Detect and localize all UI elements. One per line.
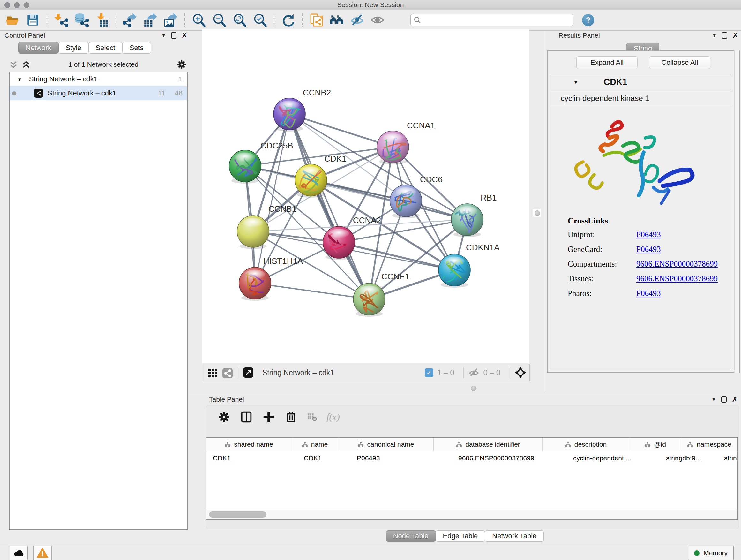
table-horizontal-scrollbar[interactable] bbox=[206, 509, 737, 519]
expand-all-chevron-icon[interactable] bbox=[22, 60, 30, 69]
show-eye-icon[interactable] bbox=[370, 13, 385, 27]
network-node-RB1[interactable] bbox=[451, 204, 483, 237]
column-type-icon bbox=[687, 441, 693, 448]
protein-name: CDK1 bbox=[604, 77, 627, 87]
compartments-link[interactable]: 9606.ENSP00000378699 bbox=[636, 260, 718, 268]
pharos-link[interactable]: P06493 bbox=[636, 289, 661, 298]
column-header-id[interactable]: @id bbox=[629, 438, 681, 451]
toolbar-divider bbox=[116, 13, 116, 27]
table-panel-menu-icon[interactable]: ▼ bbox=[712, 397, 716, 402]
network-node-CCNB1[interactable] bbox=[237, 215, 269, 249]
tissues-link[interactable]: 9606.ENSP00000378699 bbox=[636, 274, 718, 283]
results-scrollbar[interactable] bbox=[734, 51, 739, 373]
control-panel-title: Control Panel bbox=[4, 32, 45, 39]
tab-style[interactable]: Style bbox=[58, 42, 89, 54]
help-icon[interactable]: ? bbox=[582, 14, 594, 26]
status-bar: Memory bbox=[0, 544, 741, 560]
results-panel-close-icon[interactable]: ✗ bbox=[732, 32, 738, 39]
hidden-eye-icon[interactable] bbox=[468, 367, 480, 378]
search-input[interactable] bbox=[410, 14, 573, 26]
zoom-selected-icon[interactable] bbox=[253, 13, 267, 27]
column-header-shared-name[interactable]: shared name bbox=[206, 438, 291, 451]
apply-layout-icon[interactable] bbox=[281, 13, 295, 27]
zoom-fit-icon[interactable] bbox=[232, 13, 247, 27]
tab-edge-table[interactable]: Edge Table bbox=[435, 530, 485, 542]
tab-network-table[interactable]: Network Table bbox=[485, 530, 544, 542]
node-label-CDKN1A: CDKN1A bbox=[466, 243, 500, 252]
clone-network-icon[interactable] bbox=[309, 13, 324, 27]
tab-node-table[interactable]: Node Table bbox=[386, 530, 436, 542]
column-type-icon bbox=[301, 441, 308, 448]
save-session-icon[interactable] bbox=[25, 13, 40, 27]
tab-sets[interactable]: Sets bbox=[122, 42, 151, 54]
network-canvas[interactable]: CCNB2CCNA1CDC25BCDK1CDC6RB1CCNB1CCNA2CDK… bbox=[202, 29, 529, 363]
column-header-name[interactable]: name bbox=[291, 438, 338, 451]
delete-column-icon[interactable] bbox=[284, 410, 298, 424]
network-node-CDKN1A[interactable] bbox=[439, 254, 470, 288]
network-collection-row[interactable]: ▼ String Network – cdk1 1 bbox=[10, 72, 187, 86]
network-node-HIST1H1A[interactable] bbox=[239, 267, 271, 301]
column-header-namespace[interactable]: namespace bbox=[681, 438, 737, 451]
vertical-splitter-handle[interactable] bbox=[533, 209, 541, 217]
zoom-out-icon[interactable] bbox=[212, 13, 226, 27]
network-node-CCNA1[interactable] bbox=[377, 131, 409, 165]
protein-card-header[interactable]: ▼ CDK1 bbox=[551, 74, 731, 90]
hide-selected-eye-icon[interactable] bbox=[350, 13, 364, 27]
export-table-icon[interactable] bbox=[143, 13, 158, 27]
import-network-icon[interactable] bbox=[54, 13, 68, 27]
network-edge-HIST1H1A-CCNE1[interactable] bbox=[255, 283, 369, 299]
results-panel-menu-icon[interactable]: ▼ bbox=[712, 33, 717, 38]
column-type-icon bbox=[644, 441, 651, 448]
import-database-icon[interactable] bbox=[74, 13, 89, 27]
control-panel-menu-icon[interactable]: ▼ bbox=[161, 33, 166, 38]
zoom-in-icon[interactable] bbox=[192, 13, 206, 27]
table-panel-float-icon[interactable] bbox=[721, 396, 727, 402]
network-share-view-icon[interactable] bbox=[222, 367, 233, 378]
import-table-icon[interactable] bbox=[94, 13, 109, 27]
column-header-database-identifier[interactable]: database identifier bbox=[434, 438, 542, 451]
add-column-icon[interactable] bbox=[262, 410, 275, 424]
collapse-all-chevron-icon[interactable] bbox=[9, 60, 18, 69]
column-header-canonical-name[interactable]: canonical name bbox=[338, 438, 434, 451]
scrollbar-thumb[interactable] bbox=[209, 511, 266, 517]
control-panel-float-icon[interactable] bbox=[171, 32, 177, 39]
open-in-window-icon[interactable] bbox=[243, 367, 254, 378]
network-node-CDK1[interactable] bbox=[295, 164, 327, 198]
results-panel-float-icon[interactable] bbox=[722, 32, 727, 39]
delete-table-icon[interactable] bbox=[307, 412, 318, 422]
column-header-description[interactable]: description bbox=[542, 438, 629, 451]
cloud-button[interactable] bbox=[10, 546, 28, 560]
network-node-CDC6[interactable] bbox=[390, 185, 422, 219]
table-row[interactable]: CDK1 CDK1 P06493 9606.ENSP00000378699 cy… bbox=[206, 451, 737, 465]
tab-network[interactable]: Network bbox=[18, 42, 59, 54]
tab-select[interactable]: Select bbox=[88, 42, 123, 54]
protein-collapse-icon[interactable]: ▼ bbox=[574, 79, 578, 85]
show-columns-icon[interactable] bbox=[240, 410, 253, 424]
network-edge-CDK1-RB1[interactable] bbox=[311, 180, 467, 220]
warnings-button[interactable] bbox=[33, 546, 52, 560]
expand-all-button[interactable]: Expand All bbox=[576, 56, 637, 69]
grid-view-icon[interactable] bbox=[207, 367, 219, 378]
control-panel-close-icon[interactable]: ✗ bbox=[182, 32, 188, 39]
network-options-gear-icon[interactable] bbox=[176, 59, 187, 70]
table-panel-close-icon[interactable]: ✗ bbox=[732, 396, 738, 403]
function-builder-icon[interactable]: f(x) bbox=[327, 412, 340, 422]
table-options-gear-icon[interactable] bbox=[217, 410, 231, 424]
collection-expand-icon[interactable]: ▼ bbox=[17, 77, 22, 82]
selected-checkbox-icon[interactable]: ✓ bbox=[425, 368, 433, 377]
export-network-icon[interactable] bbox=[123, 13, 137, 27]
export-image-icon[interactable] bbox=[163, 13, 178, 27]
network-edge-CCNB2-CCNE1[interactable] bbox=[289, 114, 369, 299]
network-node-CCNE1[interactable] bbox=[353, 283, 385, 317]
horizontal-splitter-handle[interactable] bbox=[470, 384, 477, 392]
network-row-selected[interactable]: String Network – cdk1 11 48 bbox=[10, 86, 187, 100]
network-label: String Network – cdk1 bbox=[48, 89, 158, 98]
birds-eye-crosshair-icon[interactable] bbox=[515, 367, 526, 378]
genecard-link[interactable]: P06493 bbox=[636, 245, 661, 254]
houses-icon[interactable] bbox=[329, 13, 344, 27]
collapse-all-button[interactable]: Collapse All bbox=[649, 56, 711, 69]
open-session-icon[interactable] bbox=[5, 13, 20, 27]
memory-button[interactable]: Memory bbox=[688, 546, 734, 560]
network-edge-CCNB2-CCNA1[interactable] bbox=[289, 114, 393, 147]
uniprot-link[interactable]: P06493 bbox=[636, 230, 661, 239]
